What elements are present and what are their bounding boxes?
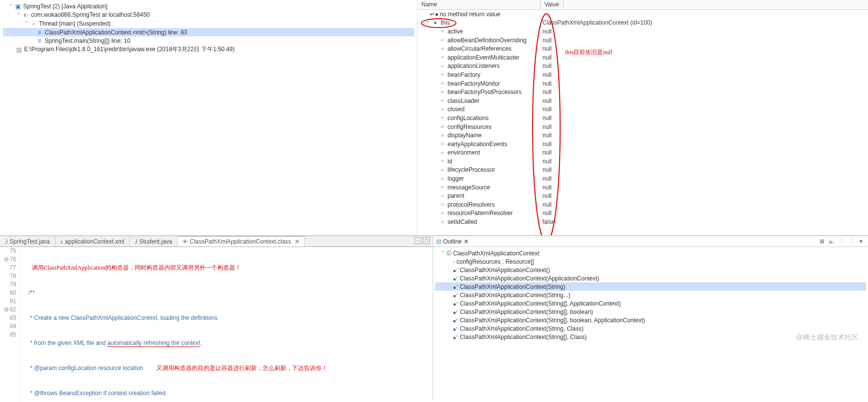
constructor-icon: ●c xyxy=(453,317,458,324)
outline-method[interactable]: ●c ClassPathXmlApplicationContext(String… xyxy=(435,316,866,324)
java-file-icon: J xyxy=(5,239,8,245)
variables-body[interactable]: ↵●no method return value ˅●thisClassPath… xyxy=(418,10,868,235)
outline-method[interactable]: ●c ClassPathXmlApplicationContext(String… xyxy=(435,282,866,291)
variables-header: Name Value xyxy=(418,0,868,10)
variables-name-column-header[interactable]: Name xyxy=(418,0,540,9)
filter-static-icon[interactable]: ⋮ xyxy=(847,238,855,246)
field-icon: ▫f xyxy=(438,54,446,61)
watermark: @稀土掘金技术社区 xyxy=(796,333,858,342)
tab-applicationcontext-xml[interactable]: xapplicationContext.xml xyxy=(56,237,130,247)
var-row-classLoader[interactable]: ▫fclassLoadernull xyxy=(418,96,868,105)
debug-call-stack-tree[interactable]: ˅▣SpringTest (2) [Java Application] ˅◧co… xyxy=(0,0,418,235)
close-outline-icon[interactable]: ✕ xyxy=(464,238,469,245)
debug-thread-label[interactable]: Thread [main] (Suspended) xyxy=(39,20,111,27)
code-editor[interactable]: 75⊖767778798081⊖82838485 调用ClassPathXmlA… xyxy=(0,247,433,402)
field-icon: ▫f xyxy=(438,218,446,225)
close-tab-icon[interactable]: ✕ xyxy=(295,238,299,245)
chevron-down-icon[interactable]: ˅ xyxy=(15,11,22,18)
var-row-beanFactory[interactable]: ▫fbeanFactorynull xyxy=(418,70,868,79)
maximize-editor-icon[interactable]: □ xyxy=(423,237,430,244)
var-row-id[interactable]: ▫fidnull xyxy=(418,157,868,166)
chevron-down-icon[interactable]: ˅ xyxy=(7,3,14,10)
var-row-earlyApplicationEvents[interactable]: ▫fearlyApplicationEventsnull xyxy=(418,140,868,149)
var-field-name: messageSource xyxy=(448,184,490,191)
outline-field[interactable]: configResources : Resource[] xyxy=(456,258,534,265)
outline-tree[interactable]: ˅Ⓒ ClassPathXmlApplicationContext ▫ conf… xyxy=(433,247,868,401)
chevron-down-icon[interactable]: ˅ xyxy=(424,19,431,26)
variables-value-column-header[interactable]: Value xyxy=(540,0,564,9)
no-return-value-label: no method return value xyxy=(440,11,500,18)
debug-frame-2[interactable]: SpringTest.main(String[]) line: 10 xyxy=(45,37,130,44)
constructor-icon: ●c xyxy=(453,334,458,340)
debug-frame-1[interactable]: ClassPathXmlApplicationContext.<init>(St… xyxy=(45,29,187,36)
sort-icon[interactable]: a↓ xyxy=(828,238,836,246)
var-row-resourcePatternResolver[interactable]: ▫fresourcePatternResolvernull xyxy=(418,209,868,218)
var-field-value: null xyxy=(540,175,868,182)
var-field-value: null xyxy=(540,158,868,165)
outline-method-label: ClassPathXmlApplicationContext(String[],… xyxy=(460,309,593,315)
outline-method[interactable]: ●c ClassPathXmlApplicationContext(String… xyxy=(435,308,866,316)
var-this-name[interactable]: this xyxy=(441,19,450,26)
outline-method[interactable]: ●c ClassPathXmlApplicationContext(String… xyxy=(435,324,866,333)
var-row-allowBeanDefinitionOverriding[interactable]: ▫fallowBeanDefinitionOverridingnull xyxy=(418,36,868,45)
var-row-parent[interactable]: ▫fparentnull xyxy=(418,191,868,200)
var-row-displayName[interactable]: ▫fdisplayNamenull xyxy=(418,131,868,140)
chevron-down-icon[interactable]: ˅ xyxy=(23,20,30,27)
var-row-beanFactoryPostProcessors[interactable]: ▫fbeanFactoryPostProcessorsnull xyxy=(418,88,868,96)
var-row-setIdCalled[interactable]: ▫fsetIdCalledfalse xyxy=(418,217,868,226)
var-field-name: allowCircularReferences xyxy=(448,45,511,52)
filter-public-icon[interactable]: ⋮ xyxy=(838,238,845,246)
debug-exe-label[interactable]: E:\Program Files\jdk1.8.0_161\jredir\bin… xyxy=(24,45,235,54)
var-row-configLocations[interactable]: ▫fconfigLocationsnull xyxy=(418,114,868,123)
var-row-applicationEventMulticaster[interactable]: ▫fapplicationEventMulticasternull xyxy=(418,53,868,62)
outline-method[interactable]: ●c ClassPathXmlApplicationContext() xyxy=(435,266,866,274)
var-row-beanFactoryMonitor[interactable]: ▫fbeanFactoryMonitornull xyxy=(418,79,868,88)
debug-app-label[interactable]: SpringTest (2) [Java Application] xyxy=(23,3,107,10)
var-field-value: null xyxy=(540,115,868,122)
constructor-icon: ●c xyxy=(453,283,458,290)
var-field-value: null xyxy=(540,124,868,130)
var-field-value: null xyxy=(540,97,868,104)
class-file-icon: 👁 xyxy=(182,239,188,245)
tab-springtest-java[interactable]: JSpringTest.java xyxy=(0,237,56,247)
annotation-constructor: 调用ClassPathXmlApplication的构造器，同时构造器内部又调用… xyxy=(32,264,241,271)
outline-method-label: ClassPathXmlApplicationContext() xyxy=(460,267,550,274)
field-icon: ▫ xyxy=(453,259,455,265)
view-menu-icon[interactable]: ▾ xyxy=(857,238,865,246)
var-row-applicationListeners[interactable]: ▫fapplicationListenersnull xyxy=(418,62,868,71)
var-field-value: null xyxy=(540,141,868,148)
local-var-icon: ● xyxy=(431,19,439,26)
var-row-active[interactable]: ▫factivenull xyxy=(418,27,868,36)
outline-method[interactable]: ●c ClassPathXmlApplicationContext(Applic… xyxy=(435,274,866,282)
var-row-closed[interactable]: ▫fclosednull xyxy=(418,105,868,114)
var-this-value: ClassPathXmlApplicationContext (id=100) xyxy=(540,19,868,26)
field-icon: ▫f xyxy=(438,158,446,165)
outline-class[interactable]: ClassPathXmlApplicationContext xyxy=(453,250,539,257)
debug-process-label[interactable]: com.wokao666.SpringTest at localhost:584… xyxy=(31,11,150,18)
field-icon: ▫f xyxy=(438,210,446,216)
class-icon: Ⓒ xyxy=(446,249,451,257)
debug-process-icon: ◧ xyxy=(22,11,30,18)
var-field-name: setIdCalled xyxy=(448,218,477,225)
code-content[interactable]: 调用ClassPathXmlApplication的构造器，同时构造器内部又调用… xyxy=(21,247,433,402)
var-row-messageSource[interactable]: ▫fmessageSourcenull xyxy=(418,183,868,192)
var-field-name: environment xyxy=(448,149,480,156)
field-icon: ▫f xyxy=(438,97,446,104)
var-row-configResources[interactable]: ▫fconfigResourcesnull xyxy=(418,123,868,131)
constructor-icon: ●c xyxy=(453,275,458,282)
var-field-value: null xyxy=(540,71,868,78)
field-icon: ▫f xyxy=(438,201,446,208)
tab-student-java[interactable]: JStudent.java xyxy=(130,237,178,247)
focus-icon[interactable]: ⊞ xyxy=(818,238,826,246)
chevron-down-icon[interactable]: ˅ xyxy=(439,250,446,257)
var-row-protocolResolvers[interactable]: ▫fprotocolResolversnull xyxy=(418,200,868,209)
outline-method[interactable]: ●c ClassPathXmlApplicationContext(String… xyxy=(435,299,866,308)
var-row-allowCircularReferences[interactable]: ▫fallowCircularReferencesnull xyxy=(418,44,868,53)
minimize-editor-icon[interactable]: – xyxy=(415,237,421,244)
line-numbers: 75⊖767778798081⊖82838485 xyxy=(0,247,21,402)
outline-method[interactable]: ●c ClassPathXmlApplicationContext(String… xyxy=(435,291,866,299)
var-row-lifecycleProcessor[interactable]: ▫flifecycleProcessornull xyxy=(418,166,868,175)
tab-classpathxml-class[interactable]: 👁ClassPathXmlApplicationContext.class✕ xyxy=(178,236,305,247)
var-row-logger[interactable]: ▫floggernull xyxy=(418,174,868,183)
var-row-environment[interactable]: ▫fenvironmentnull xyxy=(418,149,868,157)
